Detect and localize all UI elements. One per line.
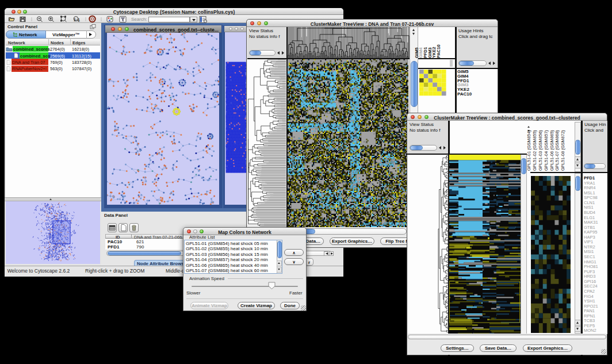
svg-text:Search:: Search: <box>131 17 147 22</box>
svg-text:1:1: 1:1 <box>74 17 80 22</box>
